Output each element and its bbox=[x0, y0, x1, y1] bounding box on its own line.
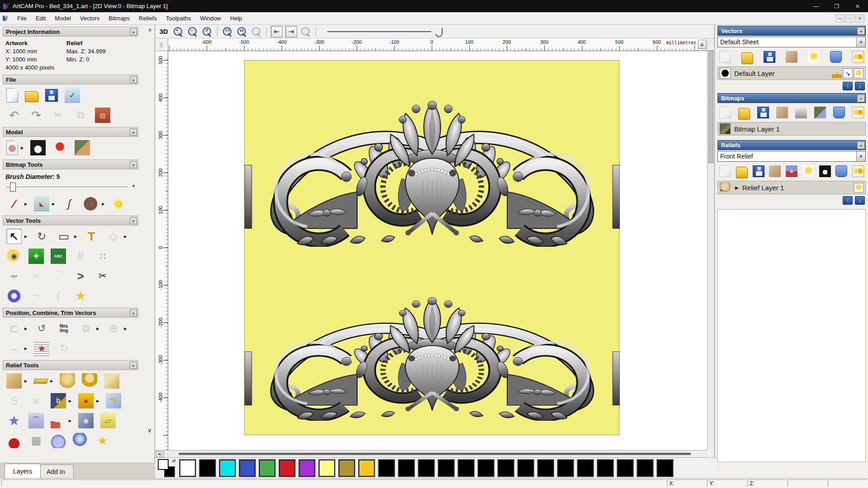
minimize-button[interactable]: — bbox=[806, 0, 826, 12]
preview-relief-icon[interactable] bbox=[300, 26, 311, 38]
menu-bitmaps[interactable]: Bitmaps bbox=[104, 13, 134, 24]
palette-swatch-14[interactable] bbox=[458, 460, 474, 477]
transform-vectors-icon[interactable]: ↻ bbox=[34, 229, 49, 244]
create-text-icon[interactable]: T bbox=[84, 229, 99, 244]
palette-swatch-12[interactable] bbox=[418, 460, 434, 477]
toggle-all-bitmaps-icon[interactable] bbox=[852, 107, 864, 118]
create-star-icon[interactable]: ★ bbox=[73, 288, 88, 304]
open-bitmap-layer-icon[interactable] bbox=[738, 108, 750, 120]
palette-icon[interactable]: ∴ bbox=[84, 196, 99, 211]
relief-select[interactable]: Front Relief▼ bbox=[717, 151, 866, 162]
align-vectors-icon[interactable]: ⊏ bbox=[6, 321, 22, 336]
offset-relief-icon[interactable]: ◆ bbox=[78, 393, 94, 408]
flyout-arrow-icon[interactable]: ▶ bbox=[24, 235, 27, 239]
flyout-arrow-icon[interactable]: ▶ bbox=[24, 327, 27, 331]
trim-vectors-icon[interactable]: ⌣ bbox=[6, 341, 22, 356]
palette-swatch-19[interactable] bbox=[557, 460, 574, 477]
flyout-arrow-icon[interactable]: ▶ bbox=[69, 399, 71, 403]
new-vector-layer-icon[interactable] bbox=[719, 51, 731, 63]
flyout-arrow-icon[interactable]: ▶ bbox=[96, 399, 99, 403]
wrap-relief-icon[interactable]: ↷ bbox=[106, 393, 121, 408]
create-rectangle-icon[interactable]: ▭ bbox=[56, 229, 71, 244]
stack-relief-icon[interactable]: ◆ bbox=[786, 165, 797, 177]
collapse-icon[interactable]: ▲ bbox=[857, 94, 865, 102]
smooth-polyline-icon[interactable]: ~ bbox=[28, 288, 44, 304]
open-vector-layer-icon[interactable] bbox=[741, 52, 753, 64]
ruler-options-icon[interactable]: ⇊ bbox=[698, 40, 706, 49]
palette-swatch-1[interactable] bbox=[199, 460, 216, 477]
menu-reliefs[interactable]: Reliefs bbox=[134, 13, 161, 24]
collapse-icon[interactable]: ▲ bbox=[130, 128, 137, 136]
paint-icon[interactable]: ∕ bbox=[6, 196, 22, 211]
clear-bitmap-icon[interactable] bbox=[75, 140, 90, 155]
menu-edit[interactable]: Edit bbox=[31, 13, 50, 24]
delete-relief-layer-icon[interactable] bbox=[835, 165, 847, 177]
section-relief-tools[interactable]: Relief Tools▲ bbox=[3, 360, 138, 370]
sphere-relief-icon[interactable] bbox=[73, 433, 88, 448]
collapse-icon[interactable]: ▲ bbox=[130, 161, 137, 168]
sharp-corner-icon[interactable]: > bbox=[73, 268, 88, 284]
options-icon[interactable]: ✓ bbox=[65, 88, 80, 103]
new-bitmap-layer-icon[interactable] bbox=[719, 107, 731, 118]
vectors-header[interactable]: Vectors▲ bbox=[717, 26, 866, 36]
menu-model[interactable]: Model bbox=[50, 13, 75, 24]
palette-swatch-18[interactable] bbox=[538, 460, 554, 477]
flyout-arrow-icon[interactable]: ▶ bbox=[69, 419, 71, 423]
mdi-close-icon[interactable]: ✕ bbox=[855, 14, 864, 23]
chevron-down-icon[interactable]: ▼ bbox=[856, 37, 865, 47]
menu-toolpaths[interactable]: Toolpaths bbox=[161, 13, 196, 24]
block-copy-icon[interactable]: ∷ bbox=[95, 249, 110, 264]
toggle-all-layers-icon[interactable] bbox=[852, 51, 864, 63]
primary-colour[interactable] bbox=[158, 459, 169, 470]
reliefs-header[interactable]: Reliefs▲ bbox=[717, 140, 866, 150]
snap-layer-icon[interactable]: ↘ bbox=[843, 68, 853, 78]
merge-vector-layers-icon[interactable] bbox=[786, 51, 797, 63]
arch-relief-icon[interactable]: ⌒ bbox=[28, 413, 44, 428]
chevron-down-icon[interactable]: ▼ bbox=[856, 151, 865, 161]
collapse-icon[interactable]: ▲ bbox=[130, 76, 137, 83]
nesting-icon[interactable]: Nes ting bbox=[56, 321, 71, 336]
vector-layer-row[interactable]: Default Layer ∩↘ bbox=[717, 66, 866, 80]
collapse-icon[interactable]: ▲ bbox=[130, 361, 137, 369]
collapse-icon[interactable]: ▲ bbox=[130, 217, 137, 224]
palette-swatch-16[interactable] bbox=[498, 460, 514, 477]
link-colours-icon[interactable]: ⇄ bbox=[172, 458, 176, 463]
flyout-arrow-icon[interactable]: ▶ bbox=[102, 202, 104, 206]
smooth-relief-icon[interactable] bbox=[82, 373, 97, 389]
palette-swatch-23[interactable] bbox=[637, 460, 653, 477]
palette-swatch-13[interactable] bbox=[438, 460, 454, 477]
dome-relief-icon[interactable] bbox=[51, 433, 66, 448]
canvas-viewport[interactable] bbox=[168, 51, 707, 450]
zoom-fit-icon[interactable]: ▭ bbox=[236, 26, 248, 38]
menu-help[interactable]: Help bbox=[226, 13, 247, 24]
bitmap-layer-row[interactable]: Bitmap Layer 1 bbox=[717, 122, 866, 136]
save-model-icon[interactable] bbox=[45, 89, 58, 102]
palette-swatch-11[interactable] bbox=[398, 460, 415, 477]
flyout-arrow-icon[interactable]: ▶ bbox=[21, 146, 24, 150]
zoom-1to1-icon[interactable]: 1:1 bbox=[222, 26, 233, 38]
envelope-distort-icon[interactable]: ◇ bbox=[106, 229, 121, 244]
panel-scroll-up-icon[interactable]: ∧ bbox=[148, 27, 152, 33]
view-3d-button[interactable]: 3D bbox=[158, 26, 170, 38]
section-position-combine-trim[interactable]: Position, Combine, Trim Vectors▲ bbox=[3, 308, 138, 318]
palette-swatch-8[interactable] bbox=[339, 460, 355, 477]
maximize-button[interactable]: ❐ bbox=[826, 0, 847, 12]
redo-icon[interactable]: ↷ bbox=[28, 108, 44, 123]
relief-from-bitmap-icon[interactable]: b bbox=[51, 393, 66, 408]
relief-layers-icon[interactable]: ▱ bbox=[100, 413, 116, 428]
horizontal-scroll-thumb[interactable] bbox=[179, 453, 691, 455]
delete-vector-layer-icon[interactable] bbox=[830, 51, 842, 63]
tab-add-in[interactable]: Add In bbox=[38, 465, 73, 478]
artboard[interactable] bbox=[244, 60, 619, 435]
new-relief-layer-icon[interactable] bbox=[719, 165, 731, 177]
zoom-out-icon[interactable]: − bbox=[187, 26, 198, 38]
palette-swatch-21[interactable] bbox=[597, 460, 613, 477]
relief-visibility-icon[interactable] bbox=[802, 165, 814, 177]
greyscale-layer-icon[interactable] bbox=[795, 107, 807, 118]
turn-relief-icon[interactable] bbox=[51, 413, 66, 428]
bitmap-to-vector-icon[interactable]: ◌ bbox=[111, 196, 127, 211]
create-ring-icon[interactable] bbox=[6, 288, 22, 304]
flyout-arrow-icon[interactable]: ▶ bbox=[50, 379, 53, 383]
ruler-origin-icon[interactable]: ╬ bbox=[155, 38, 168, 51]
save-vector-layer-icon[interactable] bbox=[764, 51, 775, 63]
